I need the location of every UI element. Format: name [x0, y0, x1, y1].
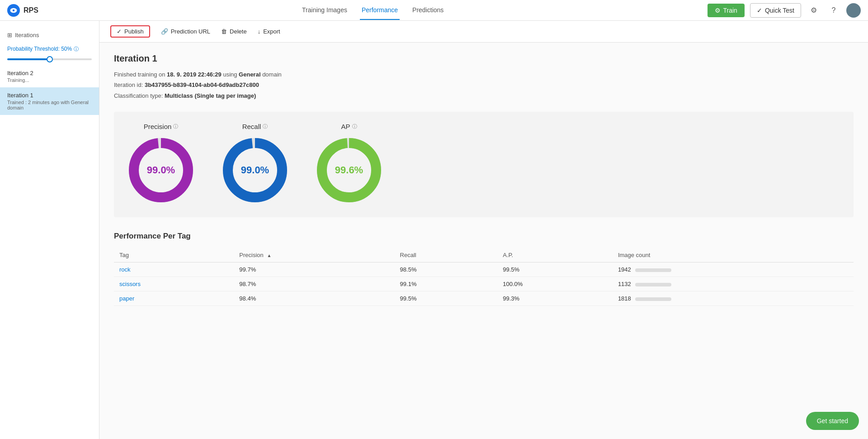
- prob-threshold-info-icon[interactable]: ⓘ: [74, 46, 79, 52]
- iteration-heading: Iteration 1: [114, 53, 854, 64]
- recall-value: 99.0%: [241, 164, 269, 176]
- col-recall: Recall: [395, 248, 498, 262]
- table-row: paper 98.4% 99.5% 99.3% 1818: [114, 291, 854, 306]
- metric-ap: AP ⓘ 99.6%: [313, 123, 385, 206]
- precision-info-icon[interactable]: ⓘ: [173, 123, 178, 130]
- performance-per-tag-table: Tag Precision ▲ Recall A.P. Image count …: [114, 248, 854, 306]
- precision-cell-rock: 99.7%: [234, 262, 394, 277]
- tag-cell-rock[interactable]: rock: [114, 262, 234, 277]
- precision-label: Precision: [144, 123, 172, 130]
- publish-check-icon: ✓: [117, 28, 122, 35]
- get-started-button[interactable]: Get started: [806, 412, 859, 430]
- ap-value: 99.6%: [335, 164, 363, 176]
- metric-recall: Recall ⓘ 99.0%: [219, 123, 291, 206]
- image-count-bar-bg-rock: [635, 268, 671, 272]
- recall-info-icon[interactable]: ⓘ: [263, 123, 268, 130]
- tab-training-images[interactable]: Training Images: [300, 1, 349, 20]
- image-count-cell-rock: 1942: [613, 262, 854, 277]
- main-layout: ⊞ Iterations Probability Threshold: 50% …: [0, 21, 868, 439]
- sidebar: ⊞ Iterations Probability Threshold: 50% …: [0, 21, 99, 439]
- sidebar-item-iteration-1[interactable]: Iteration 1 Trained : 2 minutes ago with…: [0, 87, 99, 115]
- export-button[interactable]: ↓ Export: [258, 24, 280, 38]
- ap-label: AP: [341, 123, 350, 130]
- image-count-bar-bg-paper: [635, 297, 671, 301]
- top-nav-left: RPS: [7, 4, 38, 17]
- metrics-grid: Precision ⓘ 99.0%: [125, 123, 843, 206]
- image-count-bar-bg-scissors: [635, 283, 671, 286]
- app-title: RPS: [24, 6, 38, 14]
- precision-cell-paper: 98.4%: [234, 291, 394, 306]
- ap-info-icon[interactable]: ⓘ: [352, 123, 357, 130]
- iterations-icon: ⊞: [7, 32, 12, 38]
- top-nav-tabs: Training Images Performance Predictions: [300, 1, 445, 20]
- top-nav-right: ⚙ Train ✓ Quick Test ⚙ ?: [708, 3, 861, 18]
- image-count-cell-paper: 1818: [613, 291, 854, 306]
- delete-icon: 🗑: [221, 28, 227, 35]
- quick-test-button[interactable]: ✓ Quick Test: [750, 3, 801, 18]
- ap-donut: 99.6%: [313, 134, 385, 206]
- iteration-1-title: Iteration 1: [7, 92, 92, 99]
- link-icon: 🔗: [161, 28, 168, 35]
- precision-sort-icon: ▲: [267, 253, 271, 258]
- precision-value: 99.0%: [147, 164, 175, 176]
- publish-button[interactable]: ✓ Publish: [110, 25, 150, 38]
- ap-cell-scissors: 100.0%: [497, 277, 613, 291]
- user-avatar[interactable]: [846, 3, 861, 18]
- col-tag: Tag: [114, 248, 234, 262]
- recall-cell-paper: 99.5%: [395, 291, 498, 306]
- prediction-url-button[interactable]: 🔗 Prediction URL: [161, 24, 210, 38]
- gear-icon: ⚙: [715, 7, 721, 14]
- tag-cell-scissors[interactable]: scissors: [114, 277, 234, 291]
- ap-cell-rock: 99.5%: [497, 262, 613, 277]
- iteration-2-title: Iteration 2: [7, 70, 92, 76]
- sidebar-iterations-title[interactable]: ⊞ Iterations: [0, 28, 99, 42]
- prob-threshold-value: 50%: [61, 46, 72, 52]
- col-image-count: Image count: [613, 248, 854, 262]
- performance-per-tag-title: Performance Per Tag: [114, 232, 854, 241]
- settings-button[interactable]: ⚙: [807, 3, 821, 18]
- check-icon: ✓: [757, 7, 762, 14]
- export-icon: ↓: [258, 28, 261, 35]
- col-ap: A.P.: [497, 248, 613, 262]
- main-content: ✓ Publish 🔗 Prediction URL 🗑 Delete ↓ Ex…: [99, 21, 868, 439]
- precision-donut: 99.0%: [125, 134, 197, 206]
- col-precision[interactable]: Precision ▲: [234, 248, 394, 262]
- recall-cell-rock: 98.5%: [395, 262, 498, 277]
- table-row: rock 99.7% 98.5% 99.5% 1942: [114, 262, 854, 277]
- probability-threshold-section: Probability Threshold: 50% ⓘ: [0, 42, 99, 65]
- iteration-2-subtitle: Training...: [7, 77, 92, 83]
- table-row: scissors 98.7% 99.1% 100.0% 1132: [114, 277, 854, 291]
- image-count-cell-scissors: 1132: [613, 277, 854, 291]
- tab-predictions[interactable]: Predictions: [410, 1, 445, 20]
- recall-donut: 99.0%: [219, 134, 291, 206]
- content-toolbar: ✓ Publish 🔗 Prediction URL 🗑 Delete ↓ Ex…: [99, 21, 868, 43]
- recall-label: Recall: [242, 123, 261, 130]
- iteration-1-subtitle: Trained : 2 minutes ago with General dom…: [7, 100, 92, 110]
- domain: General: [239, 71, 260, 78]
- tab-performance[interactable]: Performance: [360, 1, 400, 20]
- delete-button[interactable]: 🗑 Delete: [221, 24, 247, 38]
- app-logo: [7, 4, 20, 17]
- top-nav: RPS Training Images Performance Predicti…: [0, 0, 868, 21]
- help-button[interactable]: ?: [826, 3, 841, 18]
- tag-cell-paper[interactable]: paper: [114, 291, 234, 306]
- precision-cell-scissors: 98.7%: [234, 277, 394, 291]
- svg-point-1: [13, 9, 15, 11]
- iteration-id: 3b437955-b839-4104-ab04-6d9adb27c800: [145, 81, 259, 88]
- prob-threshold-slider[interactable]: [7, 58, 92, 60]
- prob-threshold-label: Probability Threshold: 50% ⓘ: [7, 46, 92, 52]
- recall-cell-scissors: 99.1%: [395, 277, 498, 291]
- metric-precision: Precision ⓘ 99.0%: [125, 123, 197, 206]
- training-date: 18. 9. 2019 22:46:29: [167, 71, 222, 78]
- performance-metrics-card: Precision ⓘ 99.0%: [114, 112, 854, 217]
- train-button[interactable]: ⚙ Train: [708, 4, 745, 17]
- iteration-metadata: Finished training on 18. 9. 2019 22:46:2…: [114, 69, 854, 101]
- page-content: Iteration 1 Finished training on 18. 9. …: [99, 43, 868, 317]
- sidebar-item-iteration-2[interactable]: Iteration 2 Training...: [0, 65, 99, 87]
- prob-threshold-slider-container: [7, 55, 92, 62]
- classification-type: Multiclass (Single tag per image): [165, 92, 256, 99]
- ap-cell-paper: 99.3%: [497, 291, 613, 306]
